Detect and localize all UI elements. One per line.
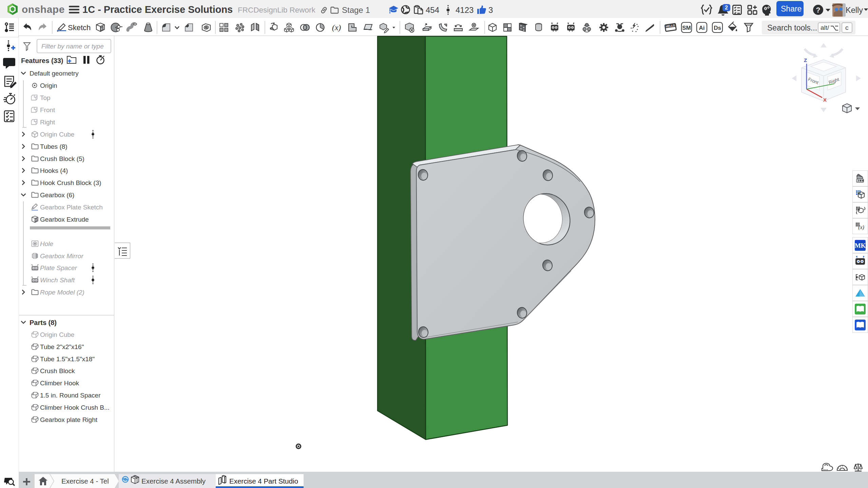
svg-text:?: ?	[816, 6, 820, 14]
svg-text:c: c	[845, 24, 849, 31]
svg-text:Sketch: Sketch	[68, 23, 91, 32]
svg-text:X: X	[823, 97, 827, 103]
svg-text:alt/: alt/	[821, 24, 829, 31]
svg-text:SM: SM	[682, 25, 691, 31]
svg-text:MK: MK	[855, 242, 866, 249]
svg-text:Features (33): Features (33)	[21, 57, 63, 64]
svg-text:Z: Z	[804, 57, 807, 63]
svg-text:(x): (x)	[858, 224, 864, 230]
svg-text:Ds: Ds	[714, 25, 721, 31]
svg-text:Search tools...: Search tools...	[767, 23, 817, 32]
svg-text:2: 2	[725, 5, 728, 11]
svg-text:Filter by name or type: Filter by name or type	[41, 43, 104, 50]
svg-text:Ai: Ai	[699, 25, 705, 31]
svg-text:(x): (x)	[332, 23, 341, 32]
